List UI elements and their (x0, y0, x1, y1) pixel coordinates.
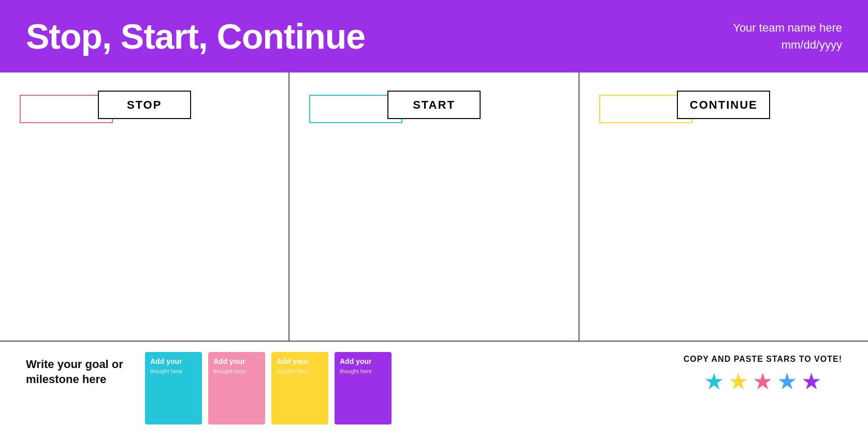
star-teal: ★ (704, 370, 724, 393)
sticky-notes-container: Add your thought here Add your thought h… (145, 352, 668, 424)
start-column: START (290, 72, 579, 341)
star-pink: ★ (753, 370, 773, 393)
star-blue: ★ (777, 370, 797, 393)
vote-title: COPY AND PASTE STARS TO VOTE! (684, 355, 842, 364)
star-purple: ★ (801, 370, 821, 393)
sticky-note-1: Add your thought here (208, 352, 265, 424)
stars-container: ★ ★ ★ ★ ★ (704, 370, 821, 393)
stop-column: STOP (0, 72, 290, 341)
header-date: mm/dd/yyyy (733, 36, 842, 53)
footer: Write your goal or milestone here Add yo… (0, 342, 868, 440)
page-header: Stop, Start, Continue Your team name her… (0, 0, 868, 72)
stop-label: STOP (98, 91, 191, 119)
continue-column: CONTINUE (580, 72, 868, 341)
sticky-note-0: Add your thought here (145, 352, 202, 424)
vote-section: COPY AND PASTE STARS TO VOTE! ★ ★ ★ ★ ★ (684, 352, 842, 393)
footer-goal: Write your goal or milestone here (26, 352, 129, 387)
continue-label-wrapper: CONTINUE (595, 91, 852, 119)
start-label: START (387, 91, 481, 119)
stop-label-wrapper: STOP (16, 91, 273, 119)
sticky-note-3: Add your thought here (335, 352, 392, 424)
page-title: Stop, Start, Continue (26, 16, 365, 56)
star-yellow: ★ (728, 370, 748, 393)
columns-container: STOP START CONTINUE (0, 72, 868, 342)
start-label-wrapper: START (305, 91, 562, 119)
team-name: Your team name here (733, 19, 842, 36)
sticky-note-2: Add your thought here (271, 352, 328, 424)
goal-line1: Write your goal or milestone here (26, 357, 129, 387)
header-meta: Your team name here mm/dd/yyyy (733, 19, 842, 53)
continue-label: CONTINUE (677, 91, 770, 119)
